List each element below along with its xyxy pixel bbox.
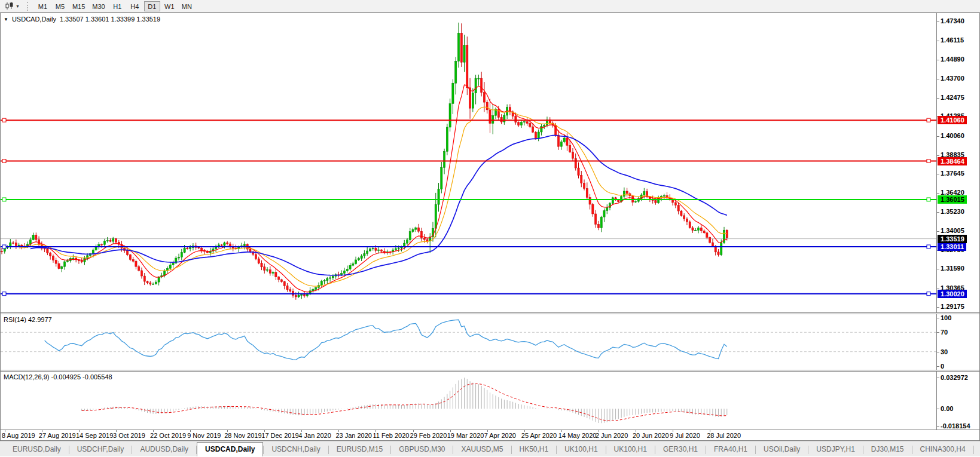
date-label: 8 Aug 2019 bbox=[2, 432, 35, 439]
date-label: 14 May 2020 bbox=[558, 432, 597, 439]
line-handle-left[interactable] bbox=[2, 198, 6, 201]
timeframe-button-group: M1M5M15M30H1H4D1W1MN bbox=[34, 1, 196, 11]
price-tickmark bbox=[937, 231, 939, 232]
date-label: 28 Nov 2019 bbox=[224, 432, 261, 439]
rsi-tickmark bbox=[937, 318, 939, 318]
chevron-down-icon: ▼ bbox=[16, 4, 20, 8]
price-tickmark bbox=[937, 307, 939, 308]
rsi-plot-area[interactable]: RSI(14) 42.9977 bbox=[1, 314, 936, 370]
price-tick-label: 1.37645 bbox=[941, 170, 964, 177]
timeframe-button-h4[interactable]: H4 bbox=[127, 1, 143, 11]
date-label: 3 Oct 2019 bbox=[113, 432, 145, 439]
price-axis: 1.473401.461151.448901.437001.424751.412… bbox=[936, 13, 979, 312]
date-label: 7 Apr 2020 bbox=[484, 432, 516, 439]
date-label: 9 Jul 2020 bbox=[670, 432, 700, 439]
tab-dj30-m15[interactable]: DJ30,M15 bbox=[863, 443, 912, 456]
toolbar-grip-handle[interactable] bbox=[27, 2, 30, 11]
price-tick-label: 1.42475 bbox=[941, 94, 964, 101]
tab-china300-h4[interactable]: CHINA300,H4 bbox=[912, 443, 973, 456]
macd-tickmark bbox=[937, 409, 939, 409]
tab-usoil-h[interactable]: USOil,H bbox=[974, 443, 980, 456]
timeframe-button-m15[interactable]: M15 bbox=[69, 1, 88, 11]
macd-plot-area[interactable]: MACD(12,26,9) -0.004925 -0.005548 bbox=[1, 372, 936, 430]
price-tickmark bbox=[937, 155, 939, 156]
tab-usdcad-daily[interactable]: USDCAD,Daily bbox=[197, 442, 263, 456]
rsi-axis: 10070300 bbox=[936, 314, 979, 370]
tab-hk50-h1[interactable]: HK50,H1 bbox=[512, 443, 557, 456]
tab-uk100-h1[interactable]: UK100,H1 bbox=[606, 443, 655, 456]
tab-xauusd-m5[interactable]: XAUUSD,M5 bbox=[453, 443, 511, 456]
tab-usdjpy-h1[interactable]: USDJPY,H1 bbox=[808, 443, 862, 456]
horizontal-line-1.41060[interactable] bbox=[1, 118, 936, 122]
timeframe-button-m30[interactable]: M30 bbox=[89, 1, 108, 11]
date-label: 11 Feb 2020 bbox=[373, 432, 409, 439]
timeframe-button-mn[interactable]: MN bbox=[179, 1, 195, 11]
price-tick-label: 1.47340 bbox=[941, 17, 964, 24]
chart-symbol-label: USDCAD,Daily bbox=[12, 16, 56, 23]
collapse-arrow-icon[interactable]: ▼ bbox=[4, 17, 8, 22]
tab-ger30-h1[interactable]: GER30,H1 bbox=[655, 443, 706, 456]
macd-indicator-pane: MACD(12,26,9) -0.004925 -0.005548 0.0329… bbox=[1, 372, 979, 430]
line-handle-left[interactable] bbox=[2, 292, 6, 296]
tab-eurusd-daily[interactable]: EURUSD,Daily bbox=[5, 443, 69, 456]
candlestick-chart-icon bbox=[5, 2, 14, 10]
chart-title: ▼ USDCAD,Daily 1.33507 1.33601 1.33399 1… bbox=[4, 16, 160, 23]
date-label: 20 Jun 2020 bbox=[633, 432, 669, 439]
price-plot-area[interactable]: ▼ USDCAD,Daily 1.33507 1.33601 1.33399 1… bbox=[1, 13, 936, 312]
horizontal-line-1.38464[interactable] bbox=[1, 160, 936, 163]
tab-usdcnh-daily[interactable]: USDCNH,Daily bbox=[264, 443, 328, 456]
timeframe-button-d1[interactable]: D1 bbox=[144, 1, 160, 11]
line-handle-right[interactable] bbox=[927, 160, 930, 163]
rsi-tick-label: 30 bbox=[941, 348, 948, 355]
tab-usoil-daily[interactable]: USOil,Daily bbox=[756, 443, 808, 456]
rsi-tickmark bbox=[937, 332, 939, 333]
horizontal-line-1.33011[interactable] bbox=[1, 245, 936, 249]
price-level-badge-1.30020: 1.30020 bbox=[938, 290, 967, 298]
macd-tick-label: 0.00 bbox=[941, 405, 953, 412]
line-handle-left[interactable] bbox=[2, 160, 6, 163]
price-level-badge-1.38464: 1.38464 bbox=[938, 157, 967, 165]
date-label: 19 Mar 2020 bbox=[447, 432, 484, 439]
tab-audusd-daily[interactable]: AUDUSD,Daily bbox=[132, 443, 196, 456]
line-handle-right[interactable] bbox=[927, 292, 930, 296]
timeframe-button-m1[interactable]: M1 bbox=[35, 1, 51, 11]
timeframe-button-h1[interactable]: H1 bbox=[109, 1, 126, 11]
date-label: 23 Jan 2020 bbox=[335, 432, 372, 439]
horizontal-line-1.36015[interactable] bbox=[1, 198, 936, 201]
date-label: 29 Feb 2020 bbox=[410, 432, 447, 439]
rsi-tick-label: 0 bbox=[941, 363, 944, 370]
candlestick-chart-tool-button[interactable]: ▼ bbox=[2, 1, 22, 11]
macd-axis: 0.0329720.00-0.018154 bbox=[936, 372, 979, 430]
price-level-badge-1.36015: 1.36015 bbox=[938, 195, 967, 204]
tab-usdchf-daily[interactable]: USDCHF,Daily bbox=[69, 443, 132, 456]
line-handle-right[interactable] bbox=[927, 245, 930, 249]
line-handle-right[interactable] bbox=[927, 118, 930, 122]
horizontal-line-1.30020[interactable] bbox=[1, 292, 936, 296]
chart-window: ▼ USDCAD,Daily 1.33507 1.33601 1.33399 1… bbox=[0, 13, 980, 441]
date-label: 4 Jan 2020 bbox=[298, 432, 331, 439]
line-handle-left[interactable] bbox=[2, 118, 6, 122]
price-tickmark bbox=[937, 79, 939, 79]
price-level-badge-1.33011: 1.33011 bbox=[938, 243, 966, 251]
tab-uk100-h1[interactable]: UK100,H1 bbox=[557, 443, 605, 456]
date-label: 28 Jul 2020 bbox=[707, 432, 741, 439]
rsi-tick-label: 100 bbox=[941, 314, 951, 321]
tab-eurusd-m15[interactable]: EURUSD,M15 bbox=[329, 443, 390, 456]
rsi-line bbox=[45, 320, 727, 360]
tab-gbpusd-m30[interactable]: GBPUSD,M30 bbox=[391, 443, 453, 456]
date-axis: 8 Aug 201927 Aug 201914 Sep 20193 Oct 20… bbox=[1, 430, 979, 440]
tab-fra40-h1[interactable]: FRA40,H1 bbox=[706, 443, 755, 456]
top-toolbar: ▼ M1M5M15M30H1H4D1W1MN bbox=[0, 0, 980, 13]
line-handle-left[interactable] bbox=[2, 245, 6, 249]
macd-tick-label: 0.032972 bbox=[941, 374, 968, 381]
price-tick-label: 1.34005 bbox=[941, 227, 964, 234]
line-handle-right[interactable] bbox=[927, 198, 930, 201]
timeframe-button-m5[interactable]: M5 bbox=[52, 1, 68, 11]
date-label: 27 Aug 2019 bbox=[39, 432, 76, 439]
date-label: 25 Apr 2020 bbox=[521, 432, 557, 439]
ma-fast-line bbox=[13, 85, 727, 292]
price-tickmark bbox=[937, 212, 939, 213]
price-tick-label: 1.40060 bbox=[941, 132, 964, 139]
timeframe-button-w1[interactable]: W1 bbox=[161, 1, 178, 11]
price-tickmark bbox=[937, 174, 939, 174]
